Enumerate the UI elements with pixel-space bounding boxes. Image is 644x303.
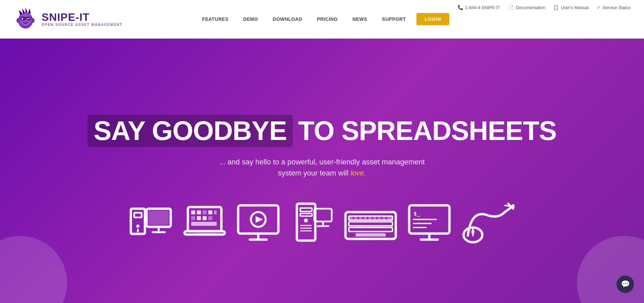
svg-marker-9 — [22, 8, 25, 13]
svg-rect-63 — [378, 217, 381, 219]
keyboard-mouse-icon — [344, 202, 397, 247]
svg-marker-11 — [28, 8, 31, 14]
chat-bubble-button[interactable]: 💬 — [616, 275, 634, 293]
svg-text:$_: $_ — [414, 210, 420, 217]
logo-mascot-icon — [13, 7, 38, 31]
users-manual-link[interactable]: 📋 User's Manual — [553, 5, 589, 10]
svg-rect-64 — [382, 217, 386, 219]
svg-point-12 — [16, 18, 20, 23]
chat-icon: 💬 — [621, 280, 630, 289]
svg-rect-62 — [373, 217, 376, 219]
svg-rect-27 — [197, 210, 201, 214]
service-status-label: Service Status — [602, 5, 631, 10]
svg-rect-28 — [203, 210, 207, 214]
svg-rect-58 — [354, 217, 358, 219]
nav-download[interactable]: DOWNLOAD — [265, 16, 310, 22]
logo-link[interactable]: SNIPE-IT OPEN SOURCE ASSET MANAGEMENT — [13, 7, 122, 31]
utility-bar: 📞 1-844-4-SNIPE-IT 📄 Documentation 📋 Use… — [458, 5, 631, 10]
laptop-pixel-icon — [183, 202, 226, 247]
svg-rect-22 — [149, 211, 169, 225]
svg-rect-65 — [387, 217, 392, 219]
phone-number: 1-844-4-SNIPE-IT — [465, 5, 500, 10]
documentation-link[interactable]: 📄 Documentation — [508, 5, 545, 10]
svg-rect-61 — [368, 217, 372, 219]
svg-rect-50 — [314, 209, 332, 221]
nav-demo[interactable]: DEMO — [236, 16, 265, 22]
svg-rect-55 — [349, 222, 392, 226]
book-icon: 📄 — [508, 5, 514, 10]
hero-section: SAY GOODBYE TO SPREADSHEETS ... and say … — [0, 39, 644, 303]
svg-point-19 — [136, 224, 140, 228]
svg-rect-37 — [195, 233, 215, 235]
svg-rect-57 — [350, 217, 353, 219]
svg-rect-59 — [359, 217, 362, 219]
bottom-right-circle — [577, 236, 644, 303]
mouse-cable-icon — [461, 202, 515, 247]
manual-icon: 📋 — [553, 5, 559, 10]
tower-pc-icon — [290, 202, 334, 247]
svg-rect-32 — [197, 216, 201, 220]
service-status-link[interactable]: ✓ Service Status — [597, 5, 631, 10]
svg-rect-44 — [300, 208, 312, 211]
login-button[interactable]: LOGIN — [417, 13, 449, 25]
main-nav: FEATURES DEMO DOWNLOAD PRICING NEWS SUPP… — [195, 13, 449, 25]
svg-rect-31 — [191, 216, 195, 220]
users-manual-label: User's Manual — [561, 5, 589, 10]
svg-rect-18 — [134, 213, 142, 217]
logo-tagline: OPEN SOURCE ASSET MANAGEMENT — [42, 23, 122, 27]
svg-rect-30 — [214, 210, 217, 214]
svg-rect-56 — [349, 228, 392, 232]
logo-text: SNIPE-IT OPEN SOURCE ASSET MANAGEMENT — [42, 12, 122, 27]
svg-marker-40 — [256, 216, 263, 223]
svg-rect-78 — [471, 230, 475, 234]
desktop-monitor-icon — [129, 202, 173, 247]
svg-point-13 — [31, 18, 35, 23]
phone-link[interactable]: 📞 1-844-4-SNIPE-IT — [458, 5, 500, 10]
svg-rect-66 — [356, 233, 386, 237]
terminal-monitor-icon: $_ — [408, 202, 451, 247]
svg-point-46 — [304, 218, 308, 222]
svg-rect-60 — [364, 217, 367, 219]
monitor-play-icon — [236, 202, 280, 247]
documentation-label: Documentation — [516, 5, 545, 10]
svg-rect-26 — [191, 210, 195, 214]
headline-highlight: SAY GOODBYE — [88, 115, 293, 147]
hero-headline: SAY GOODBYE TO SPREADSHEETS — [88, 115, 556, 147]
phone-icon: 📞 — [458, 5, 463, 10]
nav-news[interactable]: NEWS — [345, 16, 375, 22]
svg-rect-35 — [191, 222, 217, 226]
hero-subtitle: ... and say hello to a powerful, user-fr… — [208, 156, 436, 179]
check-icon: ✓ — [597, 5, 600, 10]
nav-features[interactable]: FEATURES — [195, 16, 236, 22]
hero-love-word: love. — [351, 169, 366, 177]
logo-name: SNIPE-IT — [42, 12, 122, 22]
bottom-left-circle — [0, 236, 67, 303]
nav-pricing[interactable]: PRICING — [310, 16, 345, 22]
svg-rect-33 — [203, 216, 207, 220]
svg-marker-10 — [25, 8, 28, 12]
svg-rect-45 — [300, 213, 312, 216]
header: 📞 1-844-4-SNIPE-IT 📄 Documentation 📋 Use… — [0, 0, 644, 39]
nav-support[interactable]: SUPPORT — [375, 16, 413, 22]
svg-rect-29 — [208, 210, 212, 214]
svg-rect-34 — [208, 216, 212, 220]
hero-icons-row: $_ — [129, 202, 515, 247]
